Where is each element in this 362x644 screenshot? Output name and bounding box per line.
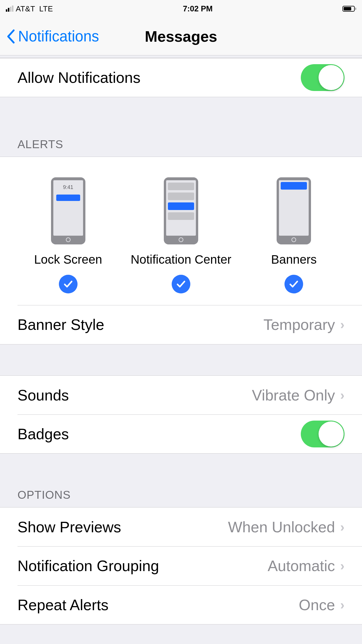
mock-time: 9:41 (55, 182, 81, 193)
show-previews-value: When Unlocked (228, 518, 335, 536)
notification-center-preview-icon (164, 177, 198, 244)
notification-grouping-value: Automatic (268, 557, 335, 575)
show-previews-row[interactable]: Show Previews When Unlocked › (0, 507, 362, 546)
options-group: Show Previews When Unlocked › Notificati… (0, 507, 362, 624)
show-previews-label: Show Previews (17, 518, 121, 536)
chevron-right-icon: › (340, 598, 345, 612)
banner-style-label: Banner Style (17, 316, 104, 333)
repeat-alerts-value: Once (299, 596, 335, 614)
notification-center-label: Notification Center (131, 253, 231, 267)
alerts-group: 9:41 Lock Screen (0, 157, 362, 344)
section-header-alerts: ALERTS (0, 97, 362, 157)
repeat-alerts-label: Repeat Alerts (17, 596, 108, 614)
section-header-options: OPTIONS (0, 454, 362, 507)
banners-label: Banners (271, 253, 317, 267)
toggle-knob (319, 65, 344, 90)
page-title: Messages (145, 28, 217, 45)
separator (0, 55, 362, 58)
chevron-right-icon: › (340, 317, 345, 332)
lock-screen-checkmark-icon (59, 275, 78, 293)
battery-icon (342, 6, 356, 12)
status-left: AT&T LTE (6, 4, 53, 13)
banner-style-value: Temporary (263, 316, 335, 333)
signal-icon (6, 6, 13, 12)
sounds-value: Vibrate Only (252, 386, 335, 404)
alert-option-lock-screen[interactable]: 9:41 Lock Screen (12, 177, 124, 293)
allow-notifications-row[interactable]: Allow Notifications (0, 58, 362, 97)
sounds-label: Sounds (17, 386, 69, 404)
status-time: 7:02 PM (183, 4, 212, 13)
network-label: LTE (39, 4, 53, 13)
status-bar: AT&T LTE 7:02 PM (0, 0, 362, 18)
sounds-badges-group: Sounds Vibrate Only › Badges (0, 375, 362, 454)
repeat-alerts-row[interactable]: Repeat Alerts Once › (0, 585, 362, 624)
banners-checkmark-icon (284, 275, 303, 293)
alert-option-notification-center[interactable]: Notification Center (124, 177, 237, 293)
toggle-knob (319, 421, 344, 447)
lock-screen-preview-icon: 9:41 (51, 177, 85, 244)
back-label: Notifications (18, 28, 99, 45)
notification-grouping-label: Notification Grouping (17, 557, 159, 575)
nav-bar: Notifications Messages (0, 18, 362, 55)
chevron-right-icon: › (340, 520, 345, 534)
banners-preview-icon (277, 177, 311, 244)
alert-option-banners[interactable]: Banners (238, 177, 350, 293)
carrier-label: AT&T (16, 4, 35, 13)
sounds-row[interactable]: Sounds Vibrate Only › (0, 375, 362, 414)
chevron-right-icon: › (340, 559, 345, 573)
section-gap (0, 344, 362, 375)
chevron-left-icon (6, 29, 15, 44)
lock-screen-label: Lock Screen (34, 253, 102, 267)
badges-toggle[interactable] (301, 421, 345, 447)
alert-styles-container: 9:41 Lock Screen (0, 157, 362, 305)
notification-grouping-row[interactable]: Notification Grouping Automatic › (0, 546, 362, 585)
banner-style-row[interactable]: Banner Style Temporary › (0, 305, 362, 344)
back-button[interactable]: Notifications (6, 28, 99, 45)
badges-label: Badges (17, 425, 69, 443)
notification-center-checkmark-icon (172, 275, 190, 293)
allow-notifications-label: Allow Notifications (17, 69, 140, 86)
badges-row[interactable]: Badges (0, 414, 362, 454)
allow-notifications-toggle[interactable] (301, 64, 345, 91)
chevron-right-icon: › (340, 388, 345, 402)
